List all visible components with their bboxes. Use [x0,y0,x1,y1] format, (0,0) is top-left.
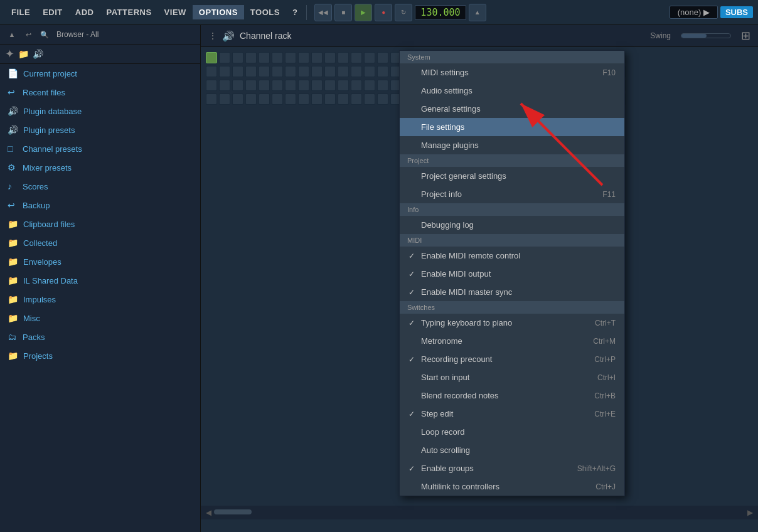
channel-pad[interactable] [219,80,230,91]
sidebar-speaker-btn[interactable]: 🔊 [33,49,43,59]
sidebar-item-misc[interactable]: 📁 Misc [0,309,200,327]
channel-rack-grid-icon[interactable]: ⊞ [741,29,750,43]
channel-pad[interactable] [311,80,323,91]
channel-pad[interactable] [272,80,283,91]
channel-pad[interactable] [311,52,323,63]
start-on-input-item[interactable]: Start on input Ctrl+I [400,368,624,386]
sidebar-back-btn[interactable]: ↩ [21,28,35,41]
channel-pad[interactable] [259,66,270,77]
channel-pad[interactable] [232,66,243,77]
channel-pad[interactable] [364,93,375,105]
channel-pad[interactable] [377,93,388,105]
channel-pad[interactable] [364,80,375,91]
menu-add[interactable]: ADD [69,5,100,19]
tempo-up[interactable]: ▲ [469,4,486,21]
file-settings-item[interactable]: File settings [400,118,624,136]
sidebar-item-channel-presets[interactable]: □ Channel presets [0,139,200,158]
channel-pad[interactable] [219,93,230,105]
sidebar-item-recent-files[interactable]: ↩ Recent files [0,83,200,102]
channel-pad[interactable] [311,93,323,105]
sidebar-item-il-shared-data[interactable]: 📁 IL Shared Data [0,271,200,290]
channel-rack-menu-icon[interactable]: ⋮ [208,31,217,41]
sidebar-item-packs[interactable]: 🗂 Packs [0,327,200,346]
tempo-display[interactable]: 130.000 [415,5,466,20]
sidebar-add-btn[interactable]: ✦ [5,47,14,61]
prev-btn[interactable]: ◀◀ [314,4,332,21]
channel-pad[interactable] [351,52,362,63]
record-btn[interactable]: ● [375,4,392,21]
channel-pad[interactable] [377,52,388,63]
scroll-thumb[interactable] [214,509,252,514]
nav-left[interactable]: ◀ [206,508,211,517]
loop-btn[interactable]: ↻ [395,4,412,21]
channel-pad[interactable] [338,80,349,91]
channel-pad[interactable] [351,80,362,91]
nav-right[interactable]: ▶ [747,508,753,517]
channel-pad[interactable] [324,80,336,91]
metronome-item[interactable]: Metronome Ctrl+M [400,332,624,350]
channel-pad[interactable] [338,52,349,63]
channel-pad[interactable] [351,66,362,77]
general-settings-item[interactable]: General settings [400,100,624,118]
menu-help[interactable]: ? [286,5,304,19]
swing-knob[interactable] [681,33,731,38]
blend-recorded-notes-item[interactable]: Blend recorded notes Ctrl+B [400,386,624,405]
preset-selector[interactable]: (none) ▶ [670,6,718,19]
sidebar-item-envelopes[interactable]: 📁 Envelopes [0,252,200,271]
channel-pad[interactable] [285,52,296,63]
channel-pad[interactable] [324,52,336,63]
channel-pad[interactable] [324,66,336,77]
audio-settings-item[interactable]: Audio settings [400,82,624,100]
enable-midi-remote-item[interactable]: ✓ Enable MIDI remote control [400,247,624,265]
menu-edit[interactable]: EDIT [36,5,69,19]
sidebar-search-btn[interactable]: 🔍 [38,28,51,41]
typing-keyboard-item[interactable]: ✓ Typing keyboard to piano Ctrl+T [400,314,624,332]
channel-pad[interactable] [377,66,388,77]
channel-pad[interactable] [298,52,309,63]
channel-pad[interactable] [206,93,217,105]
channel-pad[interactable] [219,66,230,77]
channel-pad[interactable] [272,66,283,77]
channel-pad[interactable] [245,80,257,91]
sidebar-item-scores[interactable]: ♪ Scores [0,177,200,196]
menu-options[interactable]: OPTIONS [193,5,244,19]
channel-pad[interactable] [259,80,270,91]
channel-pad[interactable] [245,52,257,63]
channel-pad[interactable] [259,93,270,105]
channel-pad[interactable] [324,93,336,105]
debugging-log-item[interactable]: Debugging log [400,216,624,234]
sidebar-folder-btn[interactable]: 📁 [18,49,29,59]
play-btn[interactable]: ▶ [355,4,372,21]
sidebar-item-mixer-presets[interactable]: ⚙ Mixer presets [0,158,200,177]
midi-settings-item[interactable]: MIDI settings F10 [400,63,624,82]
sidebar-item-backup[interactable]: ↩ Backup [0,196,200,215]
channel-pad[interactable] [232,93,243,105]
channel-pad[interactable] [245,66,257,77]
enable-groups-item[interactable]: ✓ Enable groups Shift+Alt+G [400,459,624,477]
channel-pad[interactable] [311,66,323,77]
horizontal-scrollbar[interactable] [211,508,747,516]
channel-pad[interactable] [285,80,296,91]
channel-pad[interactable] [245,93,257,105]
channel-pad[interactable] [338,93,349,105]
sidebar-item-projects[interactable]: 📁 Projects [0,346,200,365]
sidebar-item-plugin-presets[interactable]: 🔊 Plugin presets [0,120,200,139]
sidebar-item-plugin-database[interactable]: 🔊 Plugin database [0,102,200,120]
sidebar-item-impulses[interactable]: 📁 Impulses [0,290,200,309]
channel-pad[interactable] [364,52,375,63]
channel-pad[interactable] [285,93,296,105]
channel-pad[interactable] [272,52,283,63]
sidebar-item-clipboard-files[interactable]: 📁 Clipboard files [0,215,200,233]
sidebar-item-collected[interactable]: 📁 Collected [0,233,200,252]
channel-pad[interactable] [206,66,217,77]
channel-pad[interactable] [377,80,388,91]
channel-pad[interactable] [232,80,243,91]
channel-pad[interactable] [351,93,362,105]
channel-pad[interactable] [298,93,309,105]
project-general-settings-item[interactable]: Project general settings [400,167,624,185]
loop-record-item[interactable]: Loop record [400,423,624,441]
recording-precount-item[interactable]: ✓ Recording precount Ctrl+P [400,350,624,368]
sidebar-item-current-project[interactable]: 📄 Current project [0,64,200,83]
menu-view[interactable]: VIEW [158,5,193,19]
project-info-item[interactable]: Project info F11 [400,185,624,203]
